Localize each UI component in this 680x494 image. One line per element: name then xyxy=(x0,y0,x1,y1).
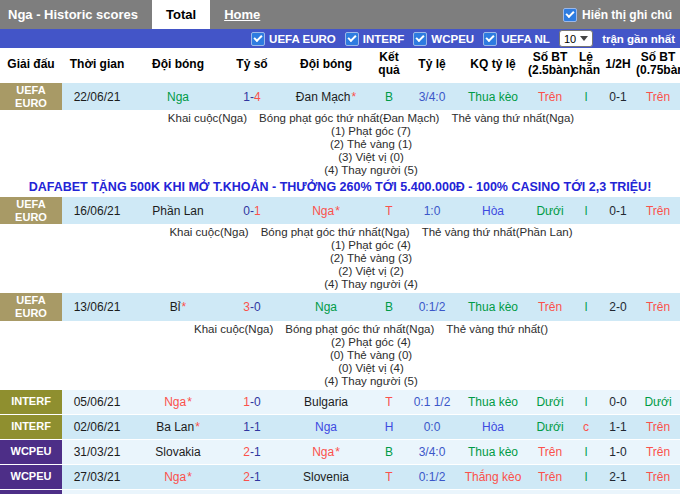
match-row: WCPEU25/03/21Malta1-3Nga*T2 1/2:0Thua kè… xyxy=(0,489,680,494)
total-goals-2-5: Trên xyxy=(528,439,572,464)
ad-banner[interactable]: DAFABET TẶNG 500K KHI MỞ T.KHOẢN - THƯỞN… xyxy=(0,178,680,197)
detail-row: Khai cuộc(Nga)Bóng phạt góc thứ nhất(Nga… xyxy=(0,321,680,390)
match-row: UEFA EURO13/06/21Bỉ*3-0NgaB0:1/2Thua kèo… xyxy=(0,293,680,321)
tab-total[interactable]: Total xyxy=(152,0,210,29)
match-date: 27/03/21 xyxy=(62,464,132,489)
home-team: Bỉ* xyxy=(132,293,224,321)
total-goals-0-75: Trên xyxy=(636,414,680,439)
team-name: Slovenia xyxy=(303,470,349,484)
away-team: Nga xyxy=(280,293,372,321)
table-header-row: Giải đấuThời gianĐội bóngTỷ sốĐội bóngKế… xyxy=(0,48,680,82)
competition-checkbox[interactable] xyxy=(413,32,427,46)
detail-stat-line: (3) Việt vị (0) xyxy=(63,151,679,164)
team-name: Nga xyxy=(167,90,189,104)
score: 0-1 xyxy=(224,197,280,225)
league-badge: INTERF xyxy=(0,389,62,414)
detail-stat-line: (2) Việt vị (2) xyxy=(63,265,679,278)
column-header: Thời gian xyxy=(62,48,132,82)
home-goals: 2 xyxy=(243,470,250,484)
handicap-odds: 0:1/2 xyxy=(406,464,458,489)
home-team: Nga xyxy=(132,82,224,110)
advantage-star: * xyxy=(352,90,357,104)
column-header: 1/2H xyxy=(600,48,636,82)
away-goals: 1 xyxy=(254,445,261,459)
score: 2-1 xyxy=(224,464,280,489)
match-row: UEFA EURO22/06/21Nga1-4Đan Mạch*B3/4:0Th… xyxy=(0,82,680,110)
competition-label: UEFA NL xyxy=(501,33,550,45)
detail-stat-line: (1) Phạt góc (7) xyxy=(63,125,679,138)
competition-checkbox[interactable] xyxy=(345,32,359,46)
match-date: 25/03/21 xyxy=(62,489,132,494)
match-row: WCPEU31/03/21Slovakia2-1Nga*B3/4:0Thua k… xyxy=(0,439,680,464)
score: 1-3 xyxy=(224,489,280,494)
ad-row: DAFABET TẶNG 500K KHI MỞ T.KHOẢN - THƯỞN… xyxy=(0,178,680,197)
detail-content: Khai cuộc(Nga)Bóng phạt góc thứ nhất(Đan… xyxy=(63,110,679,178)
detail-header-item: Bóng phạt góc thứ nhất(Nga) xyxy=(261,226,410,238)
column-header: Đội bóng xyxy=(132,48,224,82)
total-goals-2-5: Trên xyxy=(528,464,572,489)
topbar: Nga - Historic scores Total Home Hiển th… xyxy=(0,0,680,29)
total-goals-2-5: Trên xyxy=(528,82,572,110)
away-team: Nga* xyxy=(280,489,372,494)
competition-checkbox[interactable] xyxy=(483,32,497,46)
score: 1-1 xyxy=(224,414,280,439)
team-name: Nga xyxy=(315,420,337,434)
home-team: Ba Lan* xyxy=(132,414,224,439)
recent-count-select[interactable]: 10 xyxy=(559,30,593,47)
away-goals: 0 xyxy=(254,300,261,314)
show-notes-toggle: Hiển thị ghi chú xyxy=(563,0,680,29)
away-goals: 1 xyxy=(254,204,261,218)
odd-even: l xyxy=(572,293,600,321)
column-header: Kết quả xyxy=(372,48,406,82)
competition-label: INTERF xyxy=(363,33,405,45)
recent-count-value: 10 xyxy=(564,33,576,45)
team-name: Nga xyxy=(315,300,337,314)
league-badge: UEFA EURO xyxy=(0,197,62,225)
score: 2-1 xyxy=(224,439,280,464)
column-header: KQ tỷ lệ xyxy=(458,48,528,82)
home-team: Nga* xyxy=(132,389,224,414)
column-header: Số BT (0.75bàn) xyxy=(636,48,680,82)
detail-header-item: Thẻ vàng thứ nhất(Nga) xyxy=(451,112,574,124)
home-team: Malta xyxy=(132,489,224,494)
detail-header: Khai cuộc(Nga)Bóng phạt góc thứ nhất(Nga… xyxy=(63,226,679,239)
league-badge: INTERF xyxy=(0,414,62,439)
team-name: Nga xyxy=(164,470,186,484)
column-header: Giải đấu xyxy=(0,48,62,82)
show-notes-checkbox[interactable] xyxy=(563,8,577,22)
total-goals-2-5: Dưới xyxy=(528,414,572,439)
away-team: Nga* xyxy=(280,197,372,225)
half-time-score: 1-0 xyxy=(600,439,636,464)
detail-header: Khai cuộc(Nga)Bóng phạt góc thứ nhất(Nga… xyxy=(63,323,679,336)
odds-result: Hòa xyxy=(458,414,528,439)
result: T xyxy=(372,197,406,225)
away-team: Bulgaria xyxy=(280,389,372,414)
home-team: Phần Lan xyxy=(132,197,224,225)
team-name: Phần Lan xyxy=(152,204,203,218)
team-name: Ba Lan xyxy=(156,420,194,434)
competition-checkbox[interactable] xyxy=(251,32,265,46)
home-team: Nga* xyxy=(132,464,224,489)
tab-home[interactable]: Home xyxy=(210,0,274,29)
odd-even: l xyxy=(572,82,600,110)
total-goals-0-75: Trên xyxy=(636,439,680,464)
team-name: Đan Mạch xyxy=(296,90,351,104)
advantage-star: * xyxy=(187,470,192,484)
odds-result: Thua kèo xyxy=(458,82,528,110)
total-goals-0-75: Trên xyxy=(636,464,680,489)
away-team: Nga xyxy=(280,414,372,439)
competition-filter: UEFA EURO xyxy=(251,32,336,46)
league-badge: WCPEU xyxy=(0,439,62,464)
detail-content: Khai cuộc(Nga)Bóng phạt góc thứ nhất(Nga… xyxy=(63,224,679,292)
result: B xyxy=(372,293,406,321)
detail-stat-line: (2) Thẻ vàng (3) xyxy=(63,252,679,265)
away-goals: 1 xyxy=(254,470,261,484)
odds-result: Thua kèo xyxy=(458,293,528,321)
advantage-star: * xyxy=(335,445,340,459)
recent-count-suffix: trận gần nhất xyxy=(602,33,675,45)
odds-result: Hòa xyxy=(458,197,528,225)
competition-label: WCPEU xyxy=(431,33,474,45)
odds-result: Thắng kèo xyxy=(458,464,528,489)
show-notes-label: Hiển thị ghi chú xyxy=(582,8,672,22)
score: 1-0 xyxy=(224,389,280,414)
